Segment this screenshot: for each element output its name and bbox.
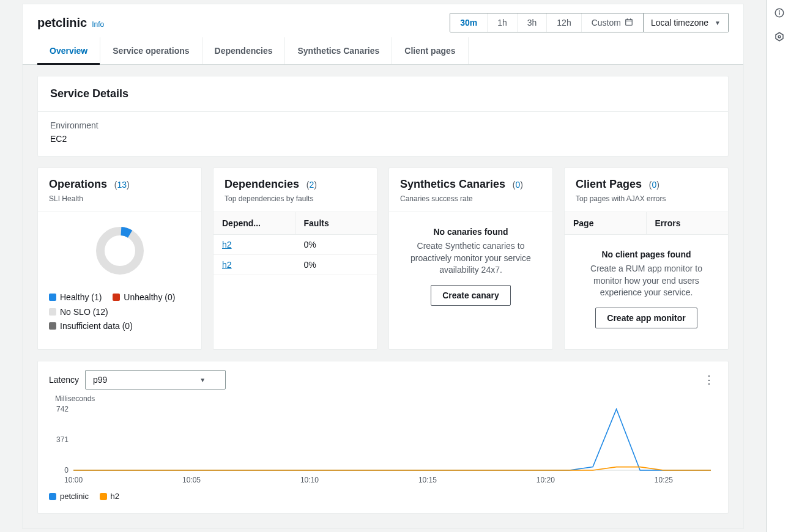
environment-value: EC2 xyxy=(50,134,716,144)
tab-synthetics-canaries[interactable]: Synthetics Canaries xyxy=(285,37,392,64)
dependencies-subtitle: Top dependencies by faults xyxy=(225,194,366,203)
dependency-faults: 0% xyxy=(295,255,377,275)
svg-text:10:00: 10:00 xyxy=(64,476,83,484)
dependency-link[interactable]: h2 xyxy=(222,240,232,249)
svg-point-15 xyxy=(779,11,779,12)
svg-point-17 xyxy=(778,35,781,38)
tabs: Overview Service operations Dependencies… xyxy=(23,37,743,65)
chart-legend-petclinic: petclinic xyxy=(49,492,89,501)
operations-title: Operations xyxy=(49,178,107,190)
svg-point-1 xyxy=(100,231,139,270)
chart-y-unit: Milliseconds xyxy=(55,394,717,403)
canaries-card: Synthetics Canaries (0) Canaries success… xyxy=(388,168,553,350)
time-range-30m[interactable]: 30m xyxy=(450,13,488,32)
chart-legend-h2: h2 xyxy=(100,492,119,501)
canaries-count[interactable]: 0 xyxy=(516,180,521,190)
pages-col-errors: Errors xyxy=(647,212,729,234)
client-pages-subtitle: Top pages with AJAX errors xyxy=(576,194,717,203)
client-pages-title: Client Pages xyxy=(576,178,642,190)
svg-marker-16 xyxy=(776,32,783,41)
legend-healthy: Healthy (1) xyxy=(49,290,102,304)
tab-dependencies[interactable]: Dependencies xyxy=(202,37,286,64)
latency-chart-panel: Latency p99 ▼ ⋮ Milliseconds 037174210:0… xyxy=(37,361,729,514)
tab-overview[interactable]: Overview xyxy=(37,37,100,64)
chart-menu-button[interactable]: ⋮ xyxy=(701,371,717,389)
info-icon[interactable] xyxy=(774,7,785,20)
dependencies-card: Dependencies (2) Top dependencies by fau… xyxy=(213,168,377,350)
pages-col-page: Page xyxy=(565,212,647,234)
latency-chart: 037174210:0010:0510:1010:1510:2010:25 xyxy=(49,405,717,485)
operations-card: Operations (13) SLI Health xyxy=(37,168,202,350)
service-details-title: Service Details xyxy=(38,76,728,112)
svg-text:10:15: 10:15 xyxy=(418,476,437,484)
svg-text:10:20: 10:20 xyxy=(537,476,555,484)
time-range-custom-label: Custom xyxy=(592,18,621,28)
canaries-title: Synthetics Canaries xyxy=(400,178,505,190)
table-row: h2 0% xyxy=(214,235,377,255)
svg-text:0: 0 xyxy=(64,466,69,475)
svg-text:10:05: 10:05 xyxy=(182,476,201,484)
time-range-1h[interactable]: 1h xyxy=(488,13,518,32)
svg-text:742: 742 xyxy=(56,405,69,413)
tab-client-pages[interactable]: Client pages xyxy=(392,37,468,64)
operations-donut xyxy=(38,212,201,286)
create-app-monitor-button[interactable]: Create app monitor xyxy=(595,308,697,328)
environment-label: Environment xyxy=(50,120,716,130)
timezone-select[interactable]: Local timezone ▼ xyxy=(644,13,729,32)
info-link[interactable]: Info xyxy=(92,20,104,29)
svg-text:10:10: 10:10 xyxy=(300,476,319,484)
dependencies-count[interactable]: 2 xyxy=(310,180,314,190)
latency-percentile-select[interactable]: p99 ▼ xyxy=(85,370,226,390)
caret-down-icon: ▼ xyxy=(199,377,206,383)
service-details-panel: Service Details Environment EC2 xyxy=(37,76,729,157)
time-range-controls: 30m 1h 3h 12h Custom xyxy=(450,13,729,32)
page-title: petclinic xyxy=(37,16,87,30)
latency-label: Latency xyxy=(49,375,79,385)
time-range-12h[interactable]: 12h xyxy=(547,13,581,32)
client-pages-empty-title: No client pages found xyxy=(576,249,717,259)
svg-rect-0 xyxy=(626,19,633,25)
client-pages-count[interactable]: 0 xyxy=(652,180,657,190)
table-row: h2 0% xyxy=(214,255,377,275)
canaries-empty-title: No canaries found xyxy=(400,227,541,237)
calendar-icon xyxy=(625,18,633,28)
legend-noslo: No SLO (12) xyxy=(49,305,108,319)
legend-insufficient: Insufficient data (0) xyxy=(49,319,133,333)
svg-text:10:25: 10:25 xyxy=(655,476,673,484)
settings-hex-icon[interactable] xyxy=(774,31,785,44)
tab-service-operations[interactable]: Service operations xyxy=(100,37,202,64)
time-range-3h[interactable]: 3h xyxy=(518,13,548,32)
deps-col-faults: Faults xyxy=(295,212,377,234)
deps-col-dependency: Depend... xyxy=(214,212,295,234)
operations-subtitle: SLI Health xyxy=(49,194,190,203)
create-canary-button[interactable]: Create canary xyxy=(431,285,511,306)
legend-unhealthy: Unhealthy (0) xyxy=(113,290,175,304)
dependencies-title: Dependencies xyxy=(225,178,299,190)
latency-select-value: p99 xyxy=(93,375,107,385)
timezone-label: Local timezone xyxy=(651,18,708,28)
client-pages-empty-desc: Create a RUM app monitor to monitor how … xyxy=(576,263,717,299)
canaries-subtitle: Canaries success rate xyxy=(400,194,541,203)
dependency-faults: 0% xyxy=(295,235,377,254)
dependency-link[interactable]: h2 xyxy=(222,260,232,270)
client-pages-card: Client Pages (0) Top pages with AJAX err… xyxy=(564,168,729,350)
caret-down-icon: ▼ xyxy=(715,20,721,26)
operations-count[interactable]: 13 xyxy=(117,180,127,190)
canaries-empty-desc: Create Synthetic canaries to proactively… xyxy=(400,240,541,276)
svg-text:371: 371 xyxy=(56,435,69,444)
time-range-custom[interactable]: Custom xyxy=(582,13,643,32)
